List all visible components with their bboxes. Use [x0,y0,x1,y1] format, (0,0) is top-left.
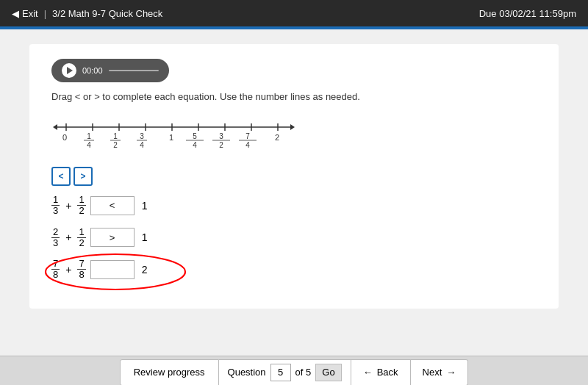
nav-left-button[interactable]: < [51,167,71,186]
go-button[interactable]: Go [315,364,341,381]
fraction-7-8-a: 7 8 [51,259,60,281]
svg-text:4: 4 [140,141,144,149]
fraction-1-2-eq2: 1 2 [77,227,85,249]
svg-marker-2 [290,124,295,130]
svg-text:0: 0 [62,133,67,142]
back-button[interactable]: ← Back [351,359,411,386]
exit-button[interactable]: ◀ Exit [12,8,38,19]
svg-text:5: 5 [193,132,197,140]
rhs-3: 2 [142,264,148,276]
svg-text:3: 3 [219,132,223,140]
main-content: 00:00 Drag < or > to complete each equat… [0,29,588,356]
rhs-1: 1 [142,200,148,212]
due-date: Due 03/02/21 11:59pm [479,8,576,19]
number-line-svg: 0 1 4 1 2 3 4 1 5 [51,114,301,151]
review-progress-button[interactable]: Review progress [120,359,219,386]
play-icon [67,67,73,74]
equation-row-1: 1 3 + 1 2 < 1 [51,195,537,217]
rhs-2: 1 [142,231,148,243]
answer-box-3[interactable] [90,260,135,279]
of-label: of 5 [295,367,312,378]
number-line-container: 0 1 4 1 2 3 4 1 5 [51,114,301,154]
equation-row-3: 7 8 + 7 8 2 [51,259,537,281]
plus-operator-3: + [65,264,71,276]
content-card: 00:00 Drag < or > to complete each equat… [29,44,559,309]
svg-text:2: 2 [113,141,118,149]
svg-text:4: 4 [245,141,250,149]
page-title: 3/2 Math 9-7 Quick Check [52,8,162,19]
fraction-1-2-eq1: 1 2 [77,195,85,217]
audio-progress-bar [109,70,159,71]
instructions-text: Drag < or > to complete each equation. U… [51,91,537,102]
svg-text:3: 3 [140,132,144,140]
answer-box-2[interactable]: > [90,228,135,247]
question-label: Question [228,367,266,378]
equation-row-2: 2 3 + 1 2 > 1 [51,227,537,249]
next-button[interactable]: Next → [411,359,469,386]
svg-text:2: 2 [275,133,279,142]
question-input[interactable] [270,364,291,381]
equations-container: 1 3 + 1 2 < 1 2 3 + 1 [51,195,537,281]
next-arrow-icon: → [446,367,456,378]
svg-text:1: 1 [87,132,91,140]
svg-text:4: 4 [193,141,197,149]
svg-marker-1 [53,124,57,130]
audio-time: 00:00 [82,66,103,75]
footer: Review progress Question of 5 Go ← Back … [0,356,588,385]
svg-text:2: 2 [219,141,223,149]
play-button[interactable] [62,63,76,78]
fraction-nav: < > [51,167,537,186]
fraction-2-3: 2 3 [51,227,60,249]
svg-text:1: 1 [113,132,118,140]
plus-operator-1: + [65,200,71,212]
svg-text:1: 1 [169,133,173,142]
answer-box-1[interactable]: < [90,196,135,215]
svg-text:7: 7 [245,132,250,140]
svg-text:4: 4 [87,141,91,149]
fraction-1-3: 1 3 [51,195,60,217]
nav-right-button[interactable]: > [74,167,93,186]
plus-operator-2: + [65,231,71,243]
fraction-7-8-b: 7 8 [77,259,85,281]
header: ◀ Exit | 3/2 Math 9-7 Quick Check Due 03… [0,0,588,26]
back-arrow-icon: ← [363,367,373,378]
audio-player: 00:00 [51,59,169,82]
question-navigator: Question of 5 Go [219,359,351,386]
